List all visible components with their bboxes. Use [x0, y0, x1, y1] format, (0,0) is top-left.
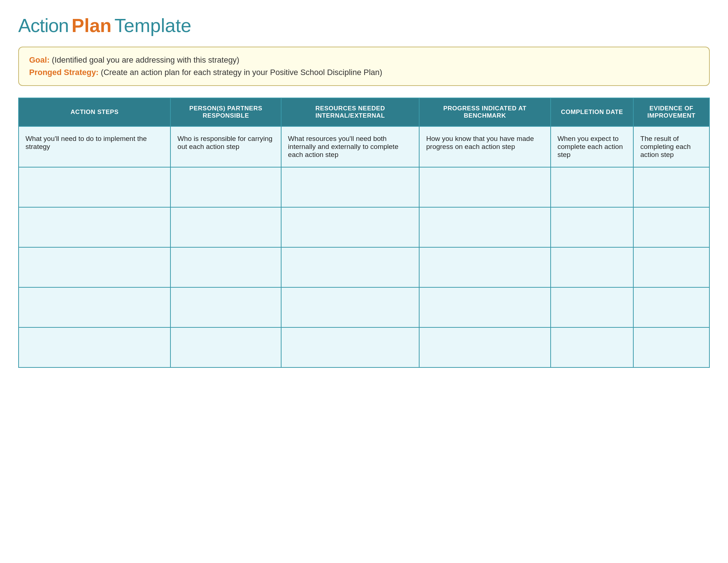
cell-resources-empty	[281, 247, 419, 287]
cell-action-steps-empty	[19, 247, 170, 287]
cell-persons-empty	[170, 207, 281, 247]
cell-resources-empty	[281, 207, 419, 247]
cell-evidence-empty	[633, 287, 709, 327]
title-plan: Plan	[72, 15, 112, 36]
page-title: Action Plan Template	[18, 15, 710, 36]
cell-evidence-empty	[633, 327, 709, 367]
cell-completion-empty	[551, 167, 634, 207]
table-row	[19, 167, 709, 207]
cell-action-steps-desc: What you'll need to do to implement the …	[19, 126, 170, 167]
goal-line: Goal: (Identified goal you are addressin…	[29, 55, 699, 65]
cell-resources-empty	[281, 327, 419, 367]
goal-label: Goal:	[29, 55, 50, 64]
strategy-text: (Create an action plan for each strategy…	[101, 68, 382, 77]
header-persons-responsible: PERSON(S) PARTNERS RESPONSIBLE	[170, 98, 281, 126]
cell-persons-empty	[170, 247, 281, 287]
cell-progress-empty	[419, 207, 550, 247]
table-row	[19, 327, 709, 367]
page-header: Action Plan Template	[18, 15, 710, 36]
cell-persons-empty	[170, 287, 281, 327]
cell-resources-desc: What resources you'll need both internal…	[281, 126, 419, 167]
cell-persons-desc: Who is responsible for carrying out each…	[170, 126, 281, 167]
cell-evidence-desc: The result of completing each action ste…	[633, 126, 709, 167]
goal-box: Goal: (Identified goal you are addressin…	[18, 47, 710, 86]
cell-progress-empty	[419, 287, 550, 327]
cell-progress-empty	[419, 167, 550, 207]
action-plan-table: ACTION STEPS PERSON(S) PARTNERS RESPONSI…	[18, 98, 710, 368]
header-evidence-improvement: EVIDENCE OF IMPROVEMENT	[633, 98, 709, 126]
cell-action-steps-empty	[19, 327, 170, 367]
cell-persons-empty	[170, 327, 281, 367]
table-header-row: ACTION STEPS PERSON(S) PARTNERS RESPONSI…	[19, 98, 709, 126]
goal-text: (Identified goal you are addressing with…	[52, 55, 239, 64]
strategy-line: Pronged Strategy: (Create an action plan…	[29, 68, 699, 77]
cell-completion-empty	[551, 207, 634, 247]
table-row	[19, 247, 709, 287]
cell-evidence-empty	[633, 247, 709, 287]
cell-resources-empty	[281, 167, 419, 207]
strategy-label: Pronged Strategy:	[29, 68, 99, 77]
cell-completion-empty	[551, 247, 634, 287]
table-row	[19, 287, 709, 327]
header-progress-benchmark: PROGRESS INDICATED AT BENCHMARK	[419, 98, 550, 126]
cell-completion-empty	[551, 327, 634, 367]
cell-progress-empty	[419, 327, 550, 367]
cell-completion-desc: When you expect to complete each action …	[551, 126, 634, 167]
table-row	[19, 207, 709, 247]
cell-completion-empty	[551, 287, 634, 327]
title-template: Template	[114, 15, 191, 36]
cell-evidence-empty	[633, 167, 709, 207]
title-action: Action	[18, 15, 69, 36]
cell-action-steps-empty	[19, 287, 170, 327]
cell-action-steps-empty	[19, 207, 170, 247]
cell-resources-empty	[281, 287, 419, 327]
cell-progress-empty	[419, 247, 550, 287]
cell-evidence-empty	[633, 207, 709, 247]
cell-persons-empty	[170, 167, 281, 207]
header-resources-needed: RESOURCES NEEDED INTERNAL/EXTERNAL	[281, 98, 419, 126]
header-completion-date: COMPLETION DATE	[551, 98, 634, 126]
table-row-first: What you'll need to do to implement the …	[19, 126, 709, 167]
cell-progress-desc: How you know that you have made progress…	[419, 126, 550, 167]
header-action-steps: ACTION STEPS	[19, 98, 170, 126]
cell-action-steps-empty	[19, 167, 170, 207]
